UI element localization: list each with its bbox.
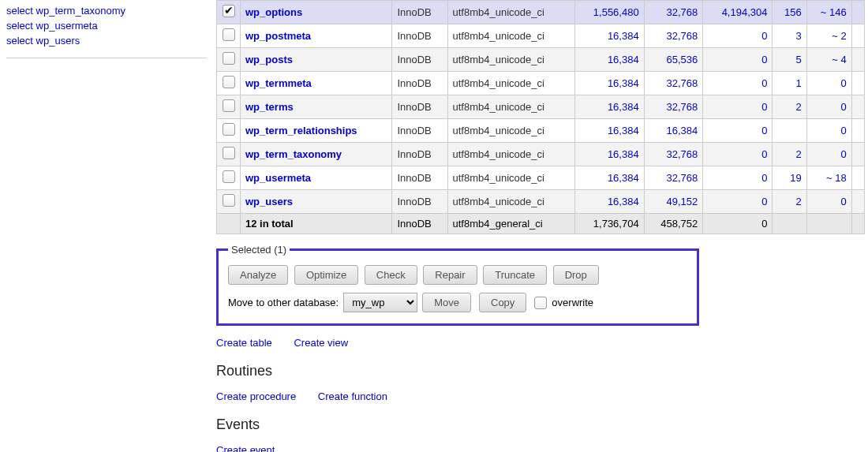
data-free-cell: 0 — [703, 48, 773, 72]
table-name-link[interactable]: wp_term_taxonomy — [245, 148, 342, 160]
create-event-link[interactable]: Create event — [216, 444, 275, 452]
total-row: 12 in totalInnoDButf8mb4_general_ci1,736… — [217, 214, 865, 234]
table-name-link[interactable]: wp_terms — [245, 101, 294, 113]
auto-increment-cell: 1 — [773, 72, 806, 95]
table-name-link[interactable]: wp_term_relationships — [245, 125, 357, 136]
tables-list: wp_optionsInnoDButf8mb4_unicode_ci1,556,… — [216, 0, 865, 234]
overwrite-label: overwrite — [552, 297, 593, 308]
data-free-cell: 4,194,304 — [703, 1, 773, 24]
table-row: wp_term_taxonomyInnoDButf8mb4_unicode_ci… — [217, 143, 865, 166]
collation-cell: utf8mb4_unicode_ci — [447, 166, 574, 190]
data-free-cell: 0 — [703, 95, 773, 119]
auto-increment-cell: 156 — [773, 1, 806, 24]
rows-cell: ~ 18 — [806, 166, 851, 190]
table-row: wp_usersInnoDButf8mb4_unicode_ci16,38449… — [217, 190, 865, 214]
move-row: Move to other database: my_wp Move Copy … — [228, 293, 687, 312]
database-select[interactable]: my_wp — [343, 293, 417, 312]
data-length-cell: 16,384 — [574, 166, 644, 190]
table-name-link[interactable]: wp_options — [245, 6, 302, 18]
table-name-link[interactable]: wp_postmeta — [245, 30, 311, 42]
auto-increment-cell: 5 — [773, 48, 806, 72]
overwrite-checkbox[interactable] — [534, 297, 547, 309]
data-length-cell: 16,384 — [574, 119, 644, 143]
selected-legend: Selected (1) — [228, 244, 290, 256]
create-procedure-link[interactable]: Create procedure — [216, 390, 296, 402]
collation-cell: utf8mb4_unicode_ci — [447, 48, 574, 72]
table-name-link[interactable]: wp_termmeta — [245, 77, 312, 89]
copy-button[interactable]: Copy — [479, 293, 526, 312]
data-length-cell: 1,556,480 — [574, 1, 644, 24]
index-length-cell: 32,768 — [644, 143, 703, 166]
data-free-cell: 0 — [703, 143, 773, 166]
collation-cell: utf8mb4_unicode_ci — [447, 190, 574, 214]
create-table-link[interactable]: Create table — [216, 337, 272, 349]
truncate-button[interactable]: Truncate — [483, 265, 547, 285]
repair-button[interactable]: Repair — [423, 265, 477, 285]
create-view-link[interactable]: Create view — [294, 337, 348, 349]
engine-cell: InnoDB — [392, 95, 447, 119]
engine-cell: InnoDB — [392, 48, 447, 72]
engine-cell: InnoDB — [392, 72, 447, 95]
row-checkbox[interactable] — [223, 170, 235, 183]
extra-cell — [851, 95, 864, 119]
table-row: wp_postsInnoDButf8mb4_unicode_ci16,38465… — [217, 48, 865, 72]
index-length-cell: 32,768 — [644, 24, 703, 48]
rows-cell: ~ 4 — [806, 48, 851, 72]
sidebar: select wp_term_taxonomy select wp_userme… — [0, 0, 213, 452]
row-checkbox[interactable] — [223, 194, 235, 207]
data-length-cell: 16,384 — [574, 48, 644, 72]
auto-increment-cell — [773, 119, 806, 143]
optimize-button[interactable]: Optimize — [294, 265, 358, 285]
collation-cell: utf8mb4_unicode_ci — [447, 119, 574, 143]
row-checkbox[interactable] — [223, 76, 235, 88]
table-name-link[interactable]: wp_users — [245, 196, 293, 207]
rows-cell: 0 — [806, 95, 851, 119]
index-length-cell: 16,384 — [644, 119, 703, 143]
index-length-cell: 32,768 — [644, 1, 703, 24]
collation-cell: utf8mb4_unicode_ci — [447, 95, 574, 119]
index-length-cell: 32,768 — [644, 95, 703, 119]
table-row: wp_usermetaInnoDButf8mb4_unicode_ci16,38… — [217, 166, 865, 190]
table-row: wp_postmetaInnoDButf8mb4_unicode_ci16,38… — [217, 24, 865, 48]
engine-cell: InnoDB — [392, 190, 447, 214]
row-checkbox[interactable] — [223, 123, 235, 136]
main-content: wp_optionsInnoDButf8mb4_unicode_ci1,556,… — [213, 0, 868, 452]
data-length-cell: 16,384 — [574, 95, 644, 119]
create-links: Create table Create view — [216, 337, 865, 349]
events-heading: Events — [216, 417, 865, 433]
analyze-button[interactable]: Analyze — [228, 265, 288, 285]
row-checkbox[interactable] — [223, 28, 235, 41]
create-function-link[interactable]: Create function — [318, 390, 387, 402]
data-free-cell: 0 — [703, 190, 773, 214]
sidebar-item-wp-usermeta[interactable]: select wp_usermeta — [6, 18, 207, 33]
table-name-link[interactable]: wp_posts — [245, 54, 293, 65]
extra-cell — [851, 190, 864, 214]
row-checkbox[interactable] — [223, 52, 235, 65]
auto-increment-cell: 2 — [773, 95, 806, 119]
row-checkbox[interactable] — [223, 5, 235, 17]
row-checkbox[interactable] — [223, 147, 235, 159]
extra-cell — [851, 72, 864, 95]
row-checkbox[interactable] — [223, 99, 235, 112]
table-row: wp_termsInnoDButf8mb4_unicode_ci16,38432… — [217, 95, 865, 119]
sidebar-item-wp-term-taxonomy[interactable]: select wp_term_taxonomy — [6, 3, 207, 18]
data-free-cell: 0 — [703, 72, 773, 95]
extra-cell — [851, 1, 864, 24]
check-button[interactable]: Check — [365, 265, 417, 285]
rows-cell: 0 — [806, 143, 851, 166]
collation-cell: utf8mb4_unicode_ci — [447, 72, 574, 95]
index-length-cell: 32,768 — [644, 72, 703, 95]
routines-heading: Routines — [216, 363, 865, 379]
table-row: wp_term_relationshipsInnoDButf8mb4_unico… — [217, 119, 865, 143]
total-label: 12 in total — [241, 214, 392, 234]
move-button[interactable]: Move — [422, 293, 471, 312]
data-free-cell: 0 — [703, 24, 773, 48]
table-name-link[interactable]: wp_usermeta — [245, 172, 311, 184]
index-length-cell: 49,152 — [644, 190, 703, 214]
extra-cell — [851, 119, 864, 143]
drop-button[interactable]: Drop — [553, 265, 599, 285]
auto-increment-cell: 2 — [773, 190, 806, 214]
table-row: wp_optionsInnoDButf8mb4_unicode_ci1,556,… — [217, 1, 865, 24]
sidebar-item-wp-users[interactable]: select wp_users — [6, 33, 207, 48]
data-length-cell: 16,384 — [574, 72, 644, 95]
